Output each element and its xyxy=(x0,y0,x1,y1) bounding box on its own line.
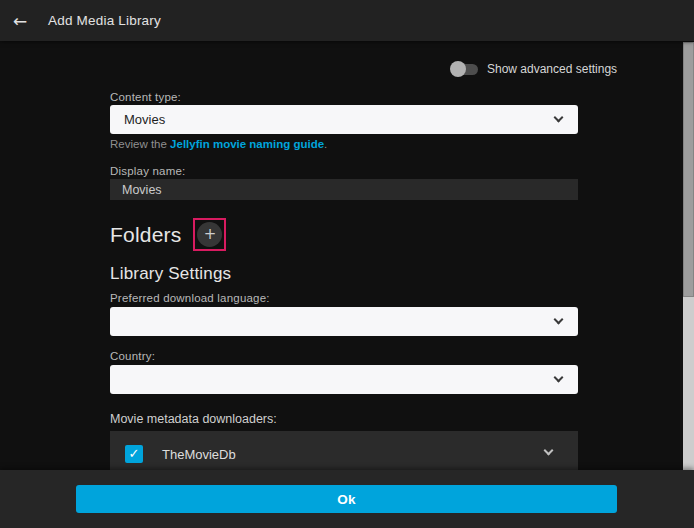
themoviedb-checkbox[interactable]: ✓ xyxy=(125,445,143,463)
advanced-settings-row: Show advanced settings xyxy=(452,60,578,78)
check-icon: ✓ xyxy=(129,445,140,463)
advanced-settings-toggle[interactable] xyxy=(452,64,478,75)
naming-guide-link[interactable]: Jellyfin movie naming guide xyxy=(170,138,324,150)
content-type-label: Content type: xyxy=(110,91,181,103)
plus-icon: + xyxy=(204,225,217,243)
country-select[interactable] xyxy=(110,365,578,394)
add-folder-button[interactable]: + xyxy=(197,222,222,247)
chevron-down-icon xyxy=(554,315,564,325)
back-button[interactable]: ← xyxy=(13,8,39,34)
library-settings-heading: Library Settings xyxy=(110,264,231,284)
helper-prefix: Review the xyxy=(110,138,170,150)
chevron-down-icon xyxy=(554,113,564,123)
page-title: Add Media Library xyxy=(48,13,161,28)
preferred-language-select[interactable] xyxy=(110,307,578,336)
arrow-left-icon: ← xyxy=(13,11,27,31)
country-label: Country: xyxy=(110,350,155,362)
content-type-value: Movies xyxy=(124,112,165,127)
downloader-list-item[interactable]: ✓ TheMovieDb xyxy=(110,439,578,469)
scrollbar-thumb[interactable] xyxy=(683,42,694,297)
footer-bar: Ok xyxy=(0,470,694,528)
focus-ring: + xyxy=(193,218,226,251)
chevron-down-icon xyxy=(554,373,564,383)
display-name-input[interactable] xyxy=(110,179,578,200)
advanced-settings-label: Show advanced settings xyxy=(487,62,617,76)
folders-section: Folders + xyxy=(110,218,226,251)
ok-button[interactable]: Ok xyxy=(76,485,617,513)
preferred-language-label: Preferred download language: xyxy=(110,292,270,304)
add-media-library-dialog: ← Add Media Library Show advanced settin… xyxy=(0,0,694,528)
downloader-name: TheMovieDb xyxy=(162,447,236,462)
scrollbar-track[interactable] xyxy=(683,42,694,470)
toggle-knob xyxy=(450,61,466,77)
toolbar: ← Add Media Library xyxy=(0,0,694,41)
folders-heading: Folders xyxy=(110,223,181,247)
metadata-downloaders-label: Movie metadata downloaders: xyxy=(110,412,277,426)
naming-guide-helper: Review the Jellyfin movie naming guide. xyxy=(110,138,327,150)
content-type-select[interactable]: Movies xyxy=(110,105,578,134)
display-name-label: Display name: xyxy=(110,165,185,177)
helper-suffix: . xyxy=(324,138,327,150)
